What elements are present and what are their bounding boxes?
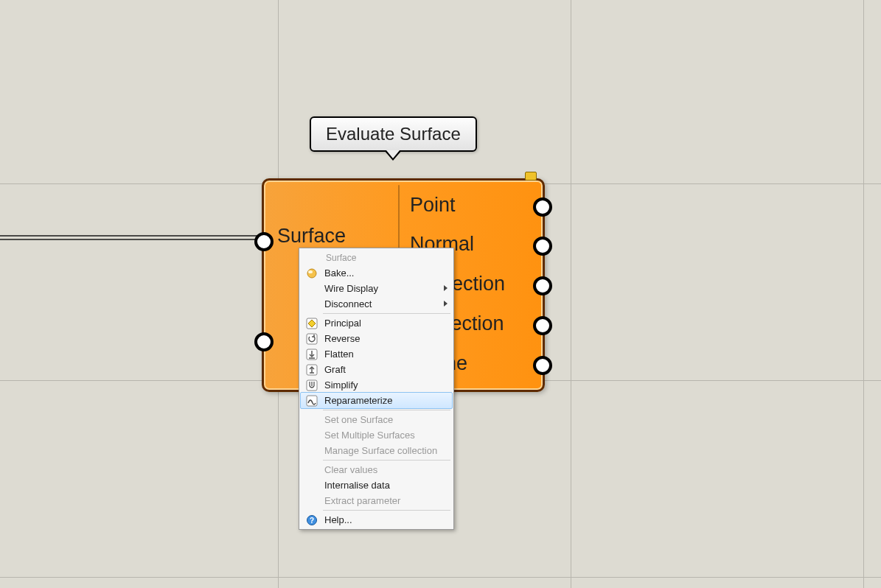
menu-item-reverse[interactable]: Reverse — [301, 331, 452, 346]
output-label-point: Point — [410, 194, 456, 217]
submenu-arrow-icon — [444, 301, 448, 307]
menu-label: Bake... — [320, 267, 452, 279]
menu-label: Internalise data — [320, 480, 452, 491]
menu-item-flatten[interactable]: Flatten — [301, 346, 452, 362]
simplify-icon — [306, 379, 318, 391]
menu-label: Simplify — [320, 379, 452, 391]
menu-item-help[interactable]: ? Help... — [301, 512, 452, 528]
help-icon: ? — [306, 514, 318, 526]
menu-item-principal[interactable]: Principal — [301, 315, 452, 331]
tooltip-label: Evaluate Surface — [326, 124, 461, 144]
menu-label: Set Multiple Surfaces — [320, 430, 452, 441]
tooltip-arrow-icon — [384, 150, 402, 161]
bake-icon — [306, 267, 318, 279]
menu-item-clear-values: Clear values — [301, 462, 452, 477]
menu-label: Flatten — [320, 349, 452, 360]
svg-point-1 — [308, 270, 313, 273]
menu-item-manage-surface-collection: Manage Surface collection — [301, 443, 452, 458]
graft-icon — [306, 364, 318, 376]
flatten-icon — [306, 349, 318, 360]
menu-label: Reparameterize — [320, 395, 452, 406]
submenu-arrow-icon — [444, 285, 448, 291]
menu-item-simplify[interactable]: Simplify — [301, 377, 452, 393]
menu-item-graft[interactable]: Graft — [301, 362, 452, 377]
menu-name-input[interactable] — [324, 252, 452, 264]
reverse-icon — [306, 333, 318, 345]
menu-item-wire-display[interactable]: Wire Display — [301, 281, 452, 296]
input-port-uv[interactable] — [254, 332, 274, 351]
menu-name-row[interactable] — [301, 250, 452, 265]
output-port-udir[interactable] — [533, 276, 552, 295]
menu-separator — [323, 410, 450, 410]
output-port-normal[interactable] — [533, 237, 552, 256]
menu-label: Manage Surface collection — [320, 445, 452, 456]
menu-label: Graft — [320, 364, 452, 375]
menu-item-internalise-data[interactable]: Internalise data — [301, 477, 452, 493]
menu-label: Wire Display — [320, 283, 452, 294]
menu-label: Help... — [320, 514, 452, 525]
svg-text:?: ? — [310, 517, 314, 525]
menu-label: Principal — [320, 318, 452, 329]
menu-item-disconnect[interactable]: Disconnect — [301, 296, 452, 312]
menu-item-set-one-surface: Set one Surface — [301, 412, 452, 427]
menu-separator — [323, 313, 450, 314]
component-warning-tag-icon — [525, 172, 537, 181]
output-port-point[interactable] — [533, 197, 552, 217]
input-port-surface[interactable] — [254, 232, 274, 251]
menu-item-set-multiple-surfaces: Set Multiple Surfaces — [301, 427, 452, 443]
menu-label: Disconnect — [320, 298, 452, 309]
menu-label: Clear values — [320, 464, 452, 475]
menu-item-extract-parameter: Extract parameter — [301, 493, 452, 508]
context-menu: Bake... Wire Display Disconnect Principa… — [299, 248, 454, 530]
reparameterize-icon — [306, 395, 318, 407]
menu-label: Extract parameter — [320, 495, 452, 506]
tooltip-evaluate-surface: Evaluate Surface — [310, 116, 477, 152]
principal-icon — [306, 318, 318, 329]
menu-item-reparameterize[interactable]: Reparameterize — [300, 392, 453, 409]
input-label-surface[interactable]: Surface — [277, 225, 346, 248]
menu-label: Set one Surface — [320, 414, 452, 425]
menu-item-bake[interactable]: Bake... — [301, 265, 452, 281]
menu-separator — [323, 510, 450, 511]
menu-label: Reverse — [320, 333, 452, 344]
svg-point-0 — [307, 269, 316, 278]
output-port-vdir[interactable] — [533, 316, 552, 335]
menu-separator — [323, 460, 450, 461]
svg-rect-4 — [307, 334, 317, 344]
output-port-frame[interactable] — [533, 356, 552, 375]
